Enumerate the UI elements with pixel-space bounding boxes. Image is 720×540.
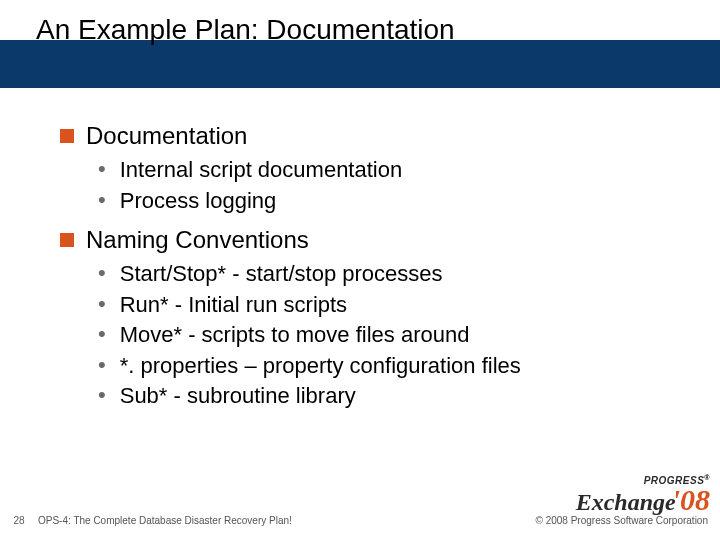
sub-bullet-text: Process logging [120,187,277,215]
sub-bullet-text: Internal script documentation [120,156,403,184]
sub-bullet: • *. properties – property configuration… [98,352,660,380]
section-title: Documentation [86,122,247,150]
dot-bullet-icon: • [98,158,106,180]
square-bullet-icon [60,129,74,143]
section: Documentation • Internal script document… [60,122,660,214]
sub-bullet-text: Move* - scripts to move files around [120,321,470,349]
sub-bullet: • Start/Stop* - start/stop processes [98,260,660,288]
sub-bullet-text: Sub* - subroutine library [120,382,356,410]
dot-bullet-icon: • [98,354,106,376]
sub-bullet: • Sub* - subroutine library [98,382,660,410]
sub-bullet-list: • Internal script documentation • Proces… [98,156,660,214]
sub-bullet-text: Run* - Initial run scripts [120,291,347,319]
footer: 28 OPS-4: The Complete Database Disaster… [0,508,720,532]
slide: An Example Plan: Documentation Documenta… [0,0,720,540]
sub-bullet-text: Start/Stop* - start/stop processes [120,260,443,288]
sub-bullet-list: • Start/Stop* - start/stop processes • R… [98,260,660,410]
dot-bullet-icon: • [98,293,106,315]
sub-bullet: • Move* - scripts to move files around [98,321,660,349]
sub-bullet: • Internal script documentation [98,156,660,184]
dot-bullet-icon: • [98,262,106,284]
footer-deck-title: OPS-4: The Complete Database Disaster Re… [38,515,536,526]
dot-bullet-icon: • [98,323,106,345]
sub-bullet: • Process logging [98,187,660,215]
title-bar-background [0,40,720,88]
section-header: Naming Conventions [60,226,660,254]
section-header: Documentation [60,122,660,150]
dot-bullet-icon: • [98,384,106,406]
slide-title: An Example Plan: Documentation [36,14,455,46]
title-area: An Example Plan: Documentation [0,0,720,88]
sub-bullet-text: *. properties – property configuration f… [120,352,521,380]
sub-bullet: • Run* - Initial run scripts [98,291,660,319]
registered-mark-icon: ® [704,474,710,481]
content-area: Documentation • Internal script document… [60,122,660,422]
page-number: 28 [0,515,38,526]
dot-bullet-icon: • [98,189,106,211]
section: Naming Conventions • Start/Stop* - start… [60,226,660,410]
square-bullet-icon [60,233,74,247]
section-title: Naming Conventions [86,226,309,254]
footer-copyright: © 2008 Progress Software Corporation [536,515,720,526]
